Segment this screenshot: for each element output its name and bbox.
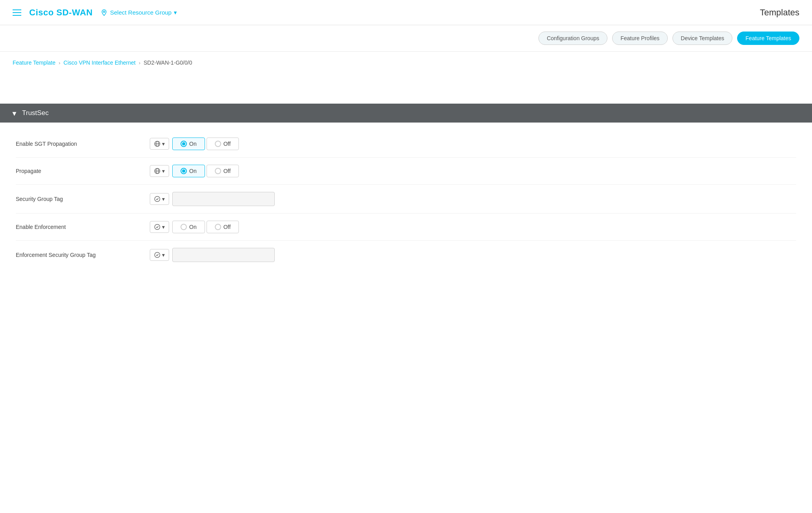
- radio-sgt-off[interactable]: Off: [207, 138, 239, 150]
- scope-dropdown-arrow: ▾: [162, 141, 165, 147]
- check-icon-enforcement: [154, 224, 160, 230]
- section-collapse-icon[interactable]: ▼: [11, 110, 17, 116]
- radio-sgt-on-label: On: [189, 141, 197, 147]
- radio-sgt-propagation: On Off: [172, 138, 239, 150]
- resource-group-selector[interactable]: Select Resource Group ▾: [101, 9, 177, 16]
- radio-dot-enforcement-on: [181, 224, 187, 230]
- scope-security-group-tag[interactable]: ▾: [150, 193, 169, 205]
- radio-dot-sgt-off: [215, 141, 221, 147]
- check-icon-sgt: [154, 196, 160, 202]
- radio-dot-enforcement-off: [215, 224, 221, 230]
- svg-point-8: [155, 224, 160, 229]
- input-enforcement-security-group-tag[interactable]: [172, 248, 275, 262]
- label-enable-sgt-propagation: Enable SGT Propagation: [16, 141, 142, 147]
- globe-icon-propagate: [154, 168, 160, 174]
- radio-propagate-on[interactable]: On: [172, 165, 205, 177]
- breadcrumb-cisco-vpn[interactable]: Cisco VPN Interface Ethernet: [63, 59, 136, 66]
- breadcrumb-sep-2: ›: [139, 60, 140, 66]
- scope-enable-sgt-propagation[interactable]: ▾: [150, 138, 169, 150]
- input-security-group-tag[interactable]: [172, 192, 275, 206]
- field-enable-sgt-propagation: Enable SGT Propagation ▾ On: [16, 130, 796, 158]
- resource-group-label: Select Resource Group: [110, 9, 171, 16]
- radio-sgt-off-label: Off: [223, 141, 231, 147]
- field-enforcement-security-group-tag: Enforcement Security Group Tag ▾: [16, 241, 796, 269]
- tab-configuration-groups[interactable]: Configuration Groups: [538, 32, 607, 45]
- main-header: Cisco SD-WAN Select Resource Group ▾ Tem…: [0, 0, 812, 25]
- radio-propagate: On Off: [172, 165, 239, 177]
- radio-propagate-off-label: Off: [223, 168, 231, 174]
- section-header: ▼ TrustSec: [0, 104, 812, 123]
- breadcrumb-feature-template[interactable]: Feature Template: [13, 59, 56, 66]
- field-security-group-tag: Security Group Tag ▾: [16, 185, 796, 214]
- controls-enforcement-sgt: ▾: [150, 248, 275, 262]
- page-title: Templates: [760, 7, 799, 18]
- tab-feature-templates[interactable]: Feature Templates: [737, 32, 799, 45]
- radio-sgt-on[interactable]: On: [172, 138, 205, 150]
- radio-enforcement: On Off: [172, 221, 239, 233]
- controls-security-group-tag: ▾: [150, 192, 275, 206]
- scope-enforcement-sgt-arrow: ▾: [162, 252, 165, 258]
- scope-sgt-arrow: ▾: [162, 196, 165, 202]
- svg-point-7: [155, 196, 160, 201]
- content-spacer: [0, 72, 812, 104]
- breadcrumb-current: SD2-WAN-1-G0/0/0: [143, 59, 192, 66]
- label-security-group-tag: Security Group Tag: [16, 196, 142, 202]
- hamburger-menu[interactable]: [13, 9, 21, 16]
- breadcrumb-sep-1: ›: [59, 60, 60, 66]
- radio-propagate-on-label: On: [189, 168, 197, 174]
- scope-enforcement-arrow: ▾: [162, 224, 165, 230]
- radio-enforcement-on[interactable]: On: [172, 221, 205, 233]
- radio-enforcement-off-label: Off: [223, 224, 231, 230]
- tab-feature-profiles[interactable]: Feature Profiles: [612, 32, 668, 45]
- controls-propagate: ▾ On Off: [150, 165, 239, 177]
- header-left: Cisco SD-WAN Select Resource Group ▾: [13, 7, 177, 18]
- label-enforcement-security-group-tag: Enforcement Security Group Tag: [16, 252, 142, 258]
- radio-dot-propagate-on: [181, 168, 187, 174]
- field-propagate: Propagate ▾ On: [16, 158, 796, 185]
- resource-group-arrow: ▾: [174, 9, 177, 16]
- globe-icon-sgt: [154, 141, 160, 147]
- app-logo: Cisco SD-WAN: [29, 7, 93, 18]
- scope-propagate-arrow: ▾: [162, 168, 165, 174]
- location-icon: [101, 9, 108, 16]
- controls-enable-sgt-propagation: ▾ On Off: [150, 138, 239, 150]
- scope-enforcement-sgt[interactable]: ▾: [150, 249, 169, 261]
- radio-enforcement-on-label: On: [189, 224, 197, 230]
- radio-enforcement-off[interactable]: Off: [207, 221, 239, 233]
- scope-enable-enforcement[interactable]: ▾: [150, 221, 169, 233]
- tab-navigation: Configuration Groups Feature Profiles De…: [0, 25, 812, 52]
- svg-point-9: [155, 252, 160, 257]
- trustsec-section: ▼ TrustSec Enable SGT Propagation ▾: [0, 104, 812, 277]
- section-form-body: Enable SGT Propagation ▾ On: [0, 123, 812, 277]
- label-enable-enforcement: Enable Enforcement: [16, 224, 142, 230]
- tab-device-templates[interactable]: Device Templates: [672, 32, 732, 45]
- svg-point-0: [103, 11, 105, 12]
- scope-propagate[interactable]: ▾: [150, 165, 169, 177]
- label-propagate: Propagate: [16, 168, 142, 174]
- controls-enable-enforcement: ▾ On Off: [150, 221, 239, 233]
- breadcrumb: Feature Template › Cisco VPN Interface E…: [0, 52, 812, 72]
- radio-propagate-off[interactable]: Off: [207, 165, 239, 177]
- section-title: TrustSec: [22, 109, 48, 117]
- radio-dot-propagate-off: [215, 168, 221, 174]
- check-icon-enforcement-sgt: [154, 252, 160, 258]
- radio-dot-sgt-on: [181, 141, 187, 147]
- field-enable-enforcement: Enable Enforcement ▾ On O: [16, 214, 796, 241]
